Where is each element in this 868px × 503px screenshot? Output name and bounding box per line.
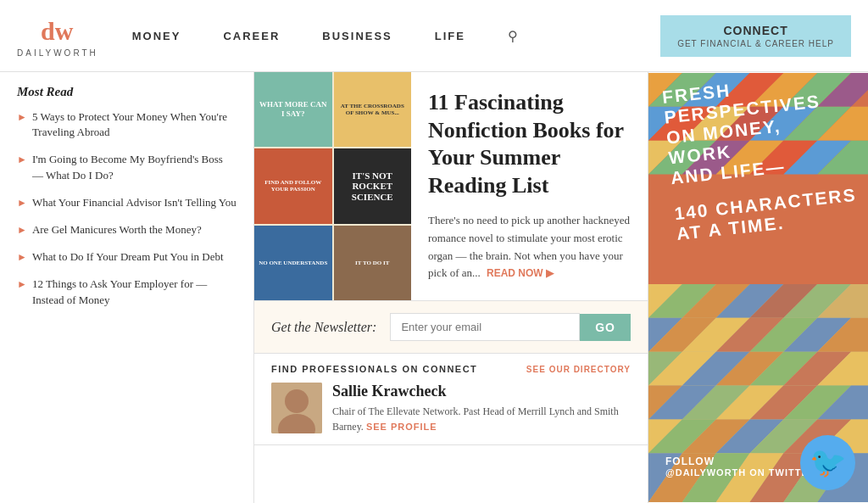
arrow-icon-4: ►: [17, 224, 27, 237]
profile-description: Chair of The Ellevate Network. Past Head…: [332, 404, 631, 434]
sidebar-item-3[interactable]: ► What Your Financial Advisor Isn't Tell…: [17, 195, 236, 210]
sidebar-link-3: What Your Financial Advisor Isn't Tellin…: [32, 195, 236, 210]
newsletter-section: Get the Newsletter: GO: [254, 301, 648, 354]
main-nav: MONEY CAREER BUSINESS LIFE ⚲: [132, 28, 660, 44]
nav-career[interactable]: CAREER: [223, 30, 280, 42]
book-cover-3: FIND AND FOLLOW YOUR PASSION: [254, 148, 332, 223]
logo-area[interactable]: dw DAILYWORTH: [17, 14, 98, 58]
feature-title[interactable]: 11 Fascinating Nonfiction Books for Your…: [428, 89, 631, 199]
dw-logo-icon: dw: [37, 14, 78, 47]
svg-point-2: [285, 389, 309, 413]
sidebar-item-1[interactable]: ► 5 Ways to Protect Your Money When You'…: [17, 109, 236, 140]
nav-business[interactable]: BUSINESS: [322, 30, 392, 42]
book-cover-2: AT THE CROSSROADS OF SHOW & MUS...: [334, 72, 412, 147]
sidebar-item-2[interactable]: ► I'm Going to Become My Boyfriend's Bos…: [17, 152, 236, 182]
sidebar-link-6: 12 Things to Ask Your Employer for — Ins…: [32, 277, 236, 307]
most-read-heading: Most Read: [17, 85, 236, 99]
svg-text:dw: dw: [41, 17, 74, 45]
newsletter-label: Get the Newsletter:: [271, 320, 376, 335]
see-profile-link[interactable]: SEE PROFILE: [366, 422, 437, 432]
arrow-icon-3: ►: [17, 197, 27, 210]
feature-article: WHAT MORE CAN I SAY? AT THE CROSSROADS O…: [254, 72, 648, 301]
sidebar-link-2: I'm Going to Become My Boyfriend's Boss …: [32, 152, 236, 182]
sidebar-item-5[interactable]: ► What to Do If Your Dream Put You in De…: [17, 249, 236, 265]
profile-card: Sallie Krawcheck Chair of The Ellevate N…: [271, 383, 631, 434]
email-input[interactable]: [390, 313, 580, 341]
avatar-image: [271, 383, 322, 433]
profile-avatar: [271, 383, 322, 433]
main-content: Most Read ► 5 Ways to Protect Your Money…: [0, 72, 868, 503]
feature-text: 11 Fascinating Nonfiction Books for Your…: [411, 72, 648, 300]
find-professionals-title: FIND PROFESSIONALS ON CONNECT: [271, 364, 477, 374]
read-now-link[interactable]: READ NOW ▶: [487, 267, 554, 279]
nav-life[interactable]: LIFE: [435, 30, 465, 42]
go-button[interactable]: GO: [580, 314, 631, 341]
book-cover-6: IT TO DO IT: [334, 226, 412, 300]
logo-text: DAILYWORTH: [17, 48, 98, 58]
sidebar-link-5: What to Do If Your Dream Put You in Debt: [32, 249, 224, 265]
connect-button[interactable]: CONNECT GET FINANCIAL & CAREER HELP: [660, 15, 851, 57]
twitter-follow-section[interactable]: FOLLOW @DAILYWORTH ON TWITTER: [665, 455, 816, 478]
twitter-handle: @DAILYWORTH ON TWITTER: [665, 467, 816, 478]
connect-subtitle: GET FINANCIAL & CAREER HELP: [677, 39, 834, 48]
feature-excerpt: There's no need to pick up another hackn…: [428, 212, 631, 282]
center-content: WHAT MORE CAN I SAY? AT THE CROSSROADS O…: [254, 72, 648, 503]
sidebar-item-4[interactable]: ► Are Gel Manicures Worth the Money?: [17, 222, 236, 238]
see-directory-link[interactable]: SEE OUR DIRECTORY: [526, 365, 631, 374]
search-icon[interactable]: ⚲: [508, 28, 518, 44]
header: dw DAILYWORTH MONEY CAREER BUSINESS LIFE…: [0, 0, 868, 72]
sidebar-item-6[interactable]: ► 12 Things to Ask Your Employer for — I…: [17, 277, 236, 307]
twitter-icon: 🐦: [810, 445, 847, 480]
twitter-bird-button[interactable]: 🐦: [800, 435, 855, 490]
book-collage: WHAT MORE CAN I SAY? AT THE CROSSROADS O…: [254, 72, 411, 300]
book-cover-5: NO ONE UNDERSTANDS: [254, 226, 332, 300]
arrow-icon-5: ►: [17, 251, 27, 264]
arrow-icon-6: ►: [17, 278, 27, 291]
book-cover-1: WHAT MORE CAN I SAY?: [254, 72, 332, 147]
feature-book-images: WHAT MORE CAN I SAY? AT THE CROSSROADS O…: [254, 72, 411, 300]
professionals-header: FIND PROFESSIONALS ON CONNECT SEE OUR DI…: [271, 364, 631, 374]
sidebar-link-4: Are Gel Manicures Worth the Money?: [32, 222, 202, 238]
arrow-icon-1: ►: [17, 111, 27, 124]
connect-title: CONNECT: [677, 24, 834, 37]
book-cover-4: IT'S NOTROCKETSCIENCE: [334, 148, 412, 223]
arrow-icon-2: ►: [17, 154, 27, 166]
professionals-section: FIND PROFESSIONALS ON CONNECT SEE OUR DI…: [254, 354, 648, 445]
twitter-widget: FRESH PERSPECTIVES ON MONEY, WORK AND LI…: [648, 72, 868, 503]
profile-name[interactable]: Sallie Krawcheck: [332, 383, 631, 400]
sidebar-link-1: 5 Ways to Protect Your Money When You're…: [32, 109, 236, 140]
profile-info: Sallie Krawcheck Chair of The Ellevate N…: [332, 383, 631, 434]
twitter-panel: FRESH PERSPECTIVES ON MONEY, WORK AND LI…: [648, 72, 868, 503]
follow-label: FOLLOW: [665, 455, 816, 467]
sidebar: Most Read ► 5 Ways to Protect Your Money…: [0, 72, 254, 503]
nav-money[interactable]: MONEY: [132, 30, 181, 42]
